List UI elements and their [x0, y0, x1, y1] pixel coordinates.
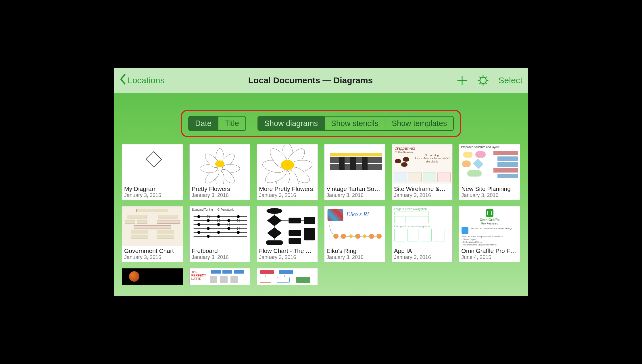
- svg-point-18: [207, 219, 210, 222]
- filter-row: Date Title Show diagrams Show stencils S…: [122, 93, 520, 144]
- document-meta: Flow Chart - The G… January 3, 2016: [257, 246, 318, 262]
- svg-rect-41: [266, 240, 283, 245]
- svg-point-23: [217, 231, 220, 234]
- document-card[interactable]: Eiko's Ri: [324, 206, 385, 262]
- document-thumbnail: [257, 144, 318, 184]
- document-card[interactable]: Treppenwitz Coffee Roasters On our blog:…: [392, 144, 453, 200]
- document-date: January 3, 2016: [461, 192, 518, 198]
- document-card[interactable]: [257, 268, 318, 285]
- document-thumbnail: [257, 268, 318, 285]
- filter-show-diagrams[interactable]: Show diagrams: [258, 117, 324, 130]
- svg-point-27: [237, 231, 240, 234]
- document-title: New Site Planning: [461, 185, 518, 192]
- document-card[interactable]: Proposed structure and layout: [459, 144, 520, 200]
- filter-show-templates[interactable]: Show templates: [385, 117, 453, 130]
- document-thumbnail: [122, 268, 183, 285]
- svg-point-54: [376, 234, 382, 239]
- back-button[interactable]: Locations: [120, 74, 164, 87]
- document-card[interactable]: More Pretty Flowers January 3, 2016: [257, 144, 318, 200]
- document-title: OmniGraffle Pro Fe…: [461, 247, 518, 254]
- document-thumbnail: OmniGraffle Pro Features Access the Canv…: [459, 206, 520, 246]
- sort-by-title[interactable]: Title: [218, 117, 245, 130]
- svg-rect-35: [289, 218, 301, 223]
- svg-rect-39: [289, 238, 301, 244]
- document-date: January 3, 2016: [326, 192, 383, 198]
- document-title: Site Wireframe &…: [394, 185, 451, 192]
- document-thumbnail: [122, 144, 183, 184]
- document-date: January 3, 2016: [394, 254, 451, 260]
- document-meta: More Pretty Flowers January 3, 2016: [257, 184, 318, 200]
- document-meta: App IA January 3, 2016: [392, 246, 453, 262]
- document-title: More Pretty Flowers: [259, 185, 316, 192]
- document-date: January 3, 2016: [192, 192, 248, 198]
- document-card[interactable]: [122, 268, 183, 285]
- document-title: Vintage Tartan Soc…: [326, 185, 383, 192]
- document-card[interactable]: My Diagram January 3, 2016: [122, 144, 183, 200]
- svg-line-8: [480, 83, 481, 84]
- document-title: Government Chart: [124, 247, 181, 254]
- sort-segmented-control: Date Title: [188, 116, 246, 131]
- settings-button[interactable]: [477, 75, 489, 86]
- document-card[interactable]: Vintage Tartan Soc… January 3, 2016: [324, 144, 385, 200]
- document-title: My Diagram: [124, 185, 181, 192]
- navigation-bar: Locations Local Documents — Diagrams: [114, 68, 528, 93]
- document-date: January 3, 2016: [326, 254, 383, 260]
- svg-point-22: [217, 223, 220, 226]
- svg-marker-34: [267, 215, 282, 226]
- svg-line-7: [485, 77, 487, 78]
- document-card[interactable]: Pretty Flowers January 3, 2016: [189, 144, 251, 200]
- document-card[interactable]: OmniGraffle Pro Features Access the Canv…: [459, 206, 520, 262]
- svg-rect-36: [304, 217, 315, 224]
- svg-point-48: [333, 234, 339, 239]
- sort-by-date[interactable]: Date: [189, 117, 218, 130]
- svg-point-49: [341, 234, 346, 239]
- document-meta: Fretboard January 3, 2016: [190, 246, 250, 262]
- svg-point-16: [197, 223, 200, 226]
- svg-point-26: [237, 215, 240, 218]
- select-button[interactable]: Select: [499, 75, 522, 85]
- document-meta: New Site Planning January 3, 2016: [459, 184, 520, 200]
- svg-point-33: [267, 208, 282, 214]
- svg-marker-50: [349, 234, 353, 239]
- documents-grid: My Diagram January 3, 2016: [122, 144, 520, 291]
- svg-point-53: [369, 234, 374, 239]
- document-thumbnail: Treppenwitz Coffee Roasters On our blog:…: [392, 144, 453, 184]
- svg-rect-40: [304, 228, 315, 240]
- back-label: Locations: [128, 75, 164, 85]
- document-thumbnail: Proposed structure and layout: [459, 144, 520, 184]
- document-title: Flow Chart - The G…: [259, 247, 316, 254]
- svg-point-17: [197, 231, 200, 234]
- page-title: Local Documents — Diagrams: [248, 75, 373, 85]
- document-card[interactable]: Government Chart January 3, 2016: [122, 206, 183, 262]
- document-meta: OmniGraffle Pro Fe… June 4, 2015: [459, 246, 520, 262]
- document-thumbnail: Standard Tuning — G Pentatonic: [190, 206, 250, 246]
- document-card[interactable]: Flow Chart - The G… January 3, 2016: [257, 206, 318, 262]
- document-thumbnail: [190, 144, 250, 184]
- content-area[interactable]: Date Title Show diagrams Show stencils S…: [114, 93, 528, 296]
- document-date: January 3, 2016: [259, 192, 316, 198]
- svg-marker-52: [362, 234, 367, 239]
- document-card[interactable]: Standard Tuning — G Pentatonic: [189, 206, 251, 262]
- svg-point-25: [227, 227, 230, 230]
- document-meta: Government Chart January 3, 2016: [122, 246, 183, 262]
- filter-highlight-box: Date Title Show diagrams Show stencils S…: [181, 110, 461, 137]
- document-meta: Vintage Tartan Soc… January 3, 2016: [324, 184, 385, 200]
- svg-point-24: [227, 219, 230, 222]
- svg-point-19: [207, 227, 210, 230]
- svg-point-21: [217, 215, 220, 218]
- filter-segmented-control: Show diagrams Show stencils Show templat…: [257, 116, 454, 131]
- document-meta: My Diagram January 3, 2016: [122, 184, 183, 200]
- document-meta: Site Wireframe &… January 3, 2016: [392, 184, 453, 200]
- filter-show-stencils[interactable]: Show stencils: [324, 117, 385, 130]
- document-date: January 3, 2016: [259, 254, 316, 260]
- svg-rect-38: [289, 230, 301, 236]
- document-meta: Pretty Flowers January 3, 2016: [190, 184, 250, 200]
- add-button[interactable]: [457, 75, 468, 86]
- svg-line-5: [480, 77, 481, 78]
- document-date: January 3, 2016: [124, 192, 181, 198]
- document-card[interactable]: THEPERFECTLATTE: [189, 268, 251, 285]
- document-thumbnail: [122, 206, 183, 246]
- svg-marker-37: [267, 227, 282, 239]
- document-card[interactable]: Larger Screen Navigation Compact Screen …: [392, 206, 453, 262]
- document-thumbnail: Eiko's Ri: [324, 206, 385, 246]
